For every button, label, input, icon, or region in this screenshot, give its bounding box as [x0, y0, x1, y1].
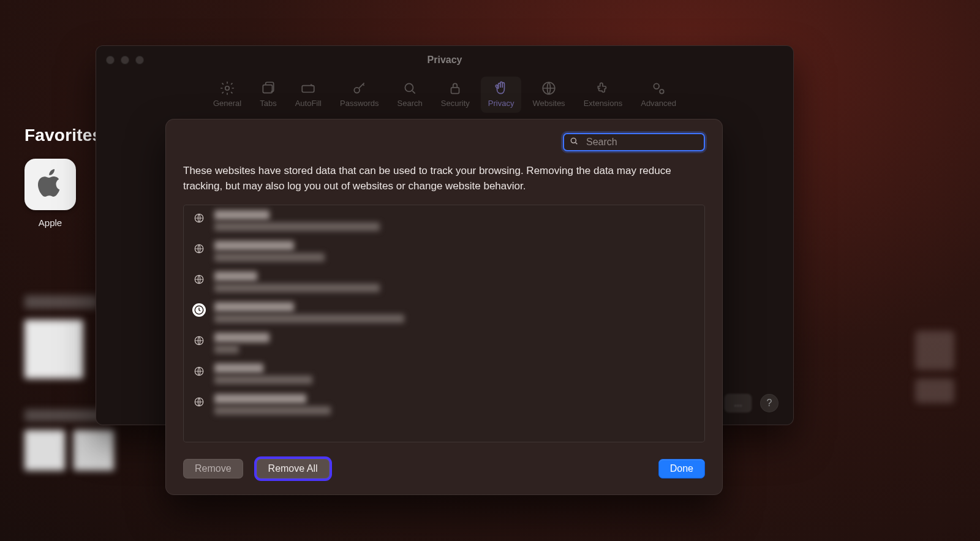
website-data-row[interactable] — [184, 328, 704, 358]
search-input[interactable] — [586, 137, 709, 148]
tab-autofill[interactable]: AutoFill — [288, 77, 329, 113]
svg-rect-1 — [263, 85, 272, 93]
svg-rect-2 — [303, 86, 315, 93]
tab-advanced[interactable]: Advanced — [633, 77, 684, 113]
search-wrap — [563, 133, 705, 151]
preferences-toolbar: General Tabs AutoFill Passwords Search S… — [96, 73, 793, 120]
website-data-row[interactable] — [184, 297, 704, 328]
done-button[interactable]: Done — [658, 459, 705, 479]
website-data-list[interactable] — [183, 205, 705, 442]
globe-icon — [192, 365, 206, 378]
svg-point-3 — [354, 88, 360, 93]
tab-search[interactable]: Search — [390, 77, 430, 113]
website-data-text — [214, 363, 312, 384]
website-data-sheet: These websites have stored data that can… — [165, 119, 723, 495]
svg-point-7 — [654, 83, 660, 89]
hand-icon — [493, 80, 509, 96]
pencil-icon — [300, 80, 316, 96]
sheet-buttons: Remove Remove All Done — [183, 459, 705, 479]
favorite-tile-apple[interactable] — [24, 159, 76, 210]
apple-logo-icon — [34, 167, 66, 202]
search-icon — [569, 136, 579, 148]
gears-icon — [650, 80, 666, 96]
svg-point-4 — [405, 83, 413, 91]
tab-extensions[interactable]: Extensions — [576, 77, 630, 113]
preferences-title: Privacy — [96, 55, 793, 66]
website-data-text — [214, 302, 404, 323]
website-data-text — [214, 333, 270, 354]
website-data-row[interactable] — [184, 267, 704, 297]
website-data-row[interactable] — [184, 205, 704, 236]
key-icon — [352, 80, 368, 96]
search-icon — [402, 80, 418, 96]
search-box[interactable] — [563, 133, 705, 151]
sheet-description: These websites have stored data that can… — [183, 164, 705, 194]
tab-websites[interactable]: Websites — [525, 77, 572, 113]
svg-rect-5 — [451, 88, 459, 94]
website-data-text — [214, 210, 380, 231]
svg-point-9 — [571, 138, 576, 143]
globe-icon — [192, 395, 206, 409]
tab-security[interactable]: Security — [434, 77, 477, 113]
preferences-footer: … ? — [725, 394, 778, 412]
svg-point-0 — [225, 86, 230, 91]
website-data-text — [214, 394, 331, 415]
tab-tabs[interactable]: Tabs — [252, 77, 284, 113]
clock-icon — [192, 303, 206, 317]
favorite-label-apple: Apple — [24, 218, 76, 228]
puzzle-icon — [595, 80, 611, 96]
svg-point-8 — [660, 89, 664, 94]
help-button[interactable]: ? — [760, 394, 778, 412]
globe-icon — [192, 273, 206, 286]
remove-button[interactable]: Remove — [183, 459, 243, 479]
globe-icon — [192, 211, 206, 225]
details-button[interactable]: … — [725, 394, 752, 412]
globe-icon — [192, 334, 206, 347]
remove-all-button[interactable]: Remove All — [257, 459, 330, 479]
globe-icon — [541, 80, 557, 96]
website-data-text — [214, 241, 325, 262]
website-data-row[interactable] — [184, 389, 704, 420]
tab-privacy[interactable]: Privacy — [481, 77, 522, 113]
globe-icon — [192, 242, 206, 255]
tab-passwords[interactable]: Passwords — [333, 77, 386, 113]
lock-icon — [447, 80, 463, 96]
website-data-text — [214, 271, 380, 292]
tabs-icon — [260, 80, 276, 96]
website-data-row[interactable] — [184, 358, 704, 389]
website-data-row[interactable] — [184, 236, 704, 267]
tab-general[interactable]: General — [206, 77, 249, 113]
gear-icon — [219, 80, 235, 96]
